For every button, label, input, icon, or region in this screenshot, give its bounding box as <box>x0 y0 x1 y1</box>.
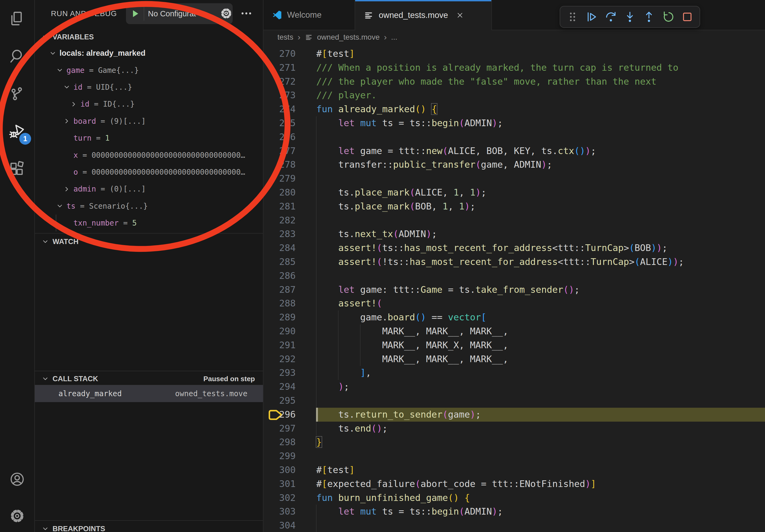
line-number[interactable]: 270 <box>264 47 296 61</box>
line-number[interactable]: 274 <box>264 102 296 116</box>
close-icon[interactable] <box>456 11 464 19</box>
line-number[interactable]: 275 <box>264 116 296 130</box>
line-number[interactable]: 280 <box>264 186 296 199</box>
line-number[interactable]: 302 <box>264 491 296 505</box>
code-text[interactable]: ts.return_to_sender(game); <box>316 408 481 421</box>
activity-item-run-and-debug[interactable]: 1 <box>0 113 34 150</box>
stack-frame-row[interactable]: already_markedowned_tests.move <box>35 385 263 402</box>
debug-drag-handle-button[interactable] <box>566 10 579 23</box>
debug-step-into-button[interactable] <box>623 10 636 23</box>
code-line-282[interactable]: 282 <box>264 213 765 227</box>
code-line-278[interactable]: 278 transfer::public_transfer(game, ADMI… <box>264 158 765 172</box>
code-line-274[interactable]: 274fun already_marked() { <box>264 102 765 116</box>
debug-step-over-button[interactable] <box>604 10 617 23</box>
code-text[interactable]: let game = ttt::new(ALICE, BOB, KEY, ts.… <box>316 144 596 158</box>
code-text[interactable]: let game: ttt::Game = ts.take_from_sende… <box>316 283 580 297</box>
chevron-right-icon[interactable] <box>63 117 73 125</box>
code-line-279[interactable]: 279 <box>264 172 765 186</box>
activity-item-accounts[interactable] <box>0 461 34 497</box>
code-text[interactable]: ts.end(); <box>316 421 387 435</box>
editor-code[interactable]: 270#[test]271/// When a position is alre… <box>264 44 765 532</box>
line-number[interactable]: 291 <box>264 338 296 352</box>
scope-row[interactable]: locals: already_marked <box>35 45 263 62</box>
code-text[interactable]: } <box>316 435 322 449</box>
code-text[interactable]: #[test] <box>316 47 355 61</box>
chevron-right-icon[interactable] <box>70 100 80 108</box>
code-text[interactable]: game.board() == vector[ <box>316 311 486 324</box>
variable-row-admin[interactable]: admin = (0)[...] <box>35 180 263 197</box>
code-text[interactable]: MARK__, MARK__, MARK__, <box>316 324 508 338</box>
variable-row-id[interactable]: id = UID{...} <box>35 79 263 96</box>
debug-settings-gear-button[interactable] <box>220 7 232 20</box>
debug-step-out-button[interactable] <box>642 10 655 23</box>
code-line-303[interactable]: 303 let mut ts = ts::begin(ADMIN); <box>264 505 765 519</box>
chevron-down-icon[interactable] <box>49 49 60 57</box>
line-number[interactable]: 303 <box>264 505 296 519</box>
code-line-290[interactable]: 290 MARK__, MARK__, MARK__, <box>264 324 765 338</box>
line-number[interactable]: 298 <box>264 435 296 449</box>
line-number[interactable]: 295 <box>264 394 296 408</box>
code-text[interactable]: assert!(!ts::has_most_recent_for_address… <box>316 255 684 269</box>
code-line-288[interactable]: 288 assert!( <box>264 297 765 311</box>
line-number[interactable]: 292 <box>264 352 296 366</box>
code-text[interactable]: fun already_marked() { <box>316 102 437 116</box>
code-text[interactable]: MARK__, MARK__, MARK__, <box>316 352 508 366</box>
code-text[interactable]: assert!( <box>316 297 382 311</box>
code-text[interactable]: MARK__, MARK_X, MARK__, <box>316 338 508 352</box>
variable-row-x[interactable]: x = 000000000000000000000000000000000… <box>35 146 263 163</box>
code-line-300[interactable]: 300#[test] <box>264 463 765 477</box>
code-text[interactable]: /// the player who made the "false" move… <box>316 75 656 89</box>
code-line-298[interactable]: 298} <box>264 435 765 449</box>
code-line-292[interactable]: 292 MARK__, MARK__, MARK__, <box>264 352 765 366</box>
breakpoints-section-header[interactable]: BREAKPOINTS <box>41 522 255 532</box>
code-line-280[interactable]: 280 ts.place_mark(ALICE, 1, 1); <box>264 186 765 199</box>
code-line-301[interactable]: 301#[expected_failure(abort_code = ttt::… <box>264 477 765 491</box>
watch-section-header[interactable]: WATCH <box>41 235 255 249</box>
code-line-294[interactable]: 294 ); <box>264 380 765 394</box>
code-text[interactable]: ts.next_tx(ADMIN); <box>316 227 437 241</box>
code-line-284[interactable]: 284 assert!(ts::has_most_recent_for_addr… <box>264 241 765 255</box>
breadcrumb-item[interactable]: ... <box>391 33 397 42</box>
variable-row-board[interactable]: board = (9)[...] <box>35 113 263 130</box>
code-line-277[interactable]: 277 let game = ttt::new(ALICE, BOB, KEY,… <box>264 144 765 158</box>
variable-row-turn[interactable]: turn = 1 <box>35 130 263 146</box>
breadcrumb-item[interactable]: owned_tests.move <box>317 33 380 42</box>
chevron-down-icon[interactable] <box>56 202 67 210</box>
line-number[interactable]: 276 <box>264 130 296 144</box>
line-number[interactable]: 286 <box>264 269 296 283</box>
variable-row-o[interactable]: o = 000000000000000000000000000000000… <box>35 164 263 180</box>
line-number[interactable]: 299 <box>264 449 296 463</box>
code-line-285[interactable]: 285 assert!(!ts::has_most_recent_for_add… <box>264 255 765 269</box>
line-number[interactable]: 301 <box>264 477 296 491</box>
debug-continue-button[interactable] <box>585 10 598 23</box>
code-line-295[interactable]: 295 <box>264 394 765 408</box>
code-text[interactable]: /// player. <box>316 89 377 102</box>
tab-owned-tests-move[interactable]: owned_tests.move <box>355 0 492 30</box>
code-text[interactable]: assert!(ts::has_most_recent_for_address<… <box>316 241 667 255</box>
code-text[interactable]: #[test] <box>316 463 355 477</box>
activity-item-settings[interactable] <box>0 498 34 532</box>
code-line-272[interactable]: 272/// the player who made the "false" m… <box>264 75 765 89</box>
code-text[interactable]: ts.place_mark(BOB, 1, 1); <box>316 199 475 213</box>
line-number[interactable]: 285 <box>264 255 296 269</box>
line-number[interactable]: 304 <box>264 519 296 532</box>
debug-stop-button[interactable] <box>681 10 694 23</box>
line-number[interactable]: 283 <box>264 227 296 241</box>
line-number[interactable]: 271 <box>264 61 296 75</box>
code-line-297[interactable]: 297 ts.end(); <box>264 421 765 435</box>
debug-restart-button[interactable] <box>662 10 675 23</box>
breadcrumb-item[interactable]: tests <box>278 33 293 42</box>
code-line-283[interactable]: 283 ts.next_tx(ADMIN); <box>264 227 765 241</box>
line-number[interactable]: 281 <box>264 199 296 213</box>
line-number[interactable]: 296 <box>264 408 296 421</box>
variables-section-header[interactable]: VARIABLES <box>41 30 255 44</box>
code-text[interactable]: ], <box>316 366 371 380</box>
code-text[interactable]: #[expected_failure(abort_code = ttt::ENo… <box>316 477 596 491</box>
line-number[interactable]: 282 <box>264 213 296 227</box>
line-number[interactable]: 293 <box>264 366 296 380</box>
code-line-281[interactable]: 281 ts.place_mark(BOB, 1, 1); <box>264 199 765 213</box>
activity-item-source-control[interactable] <box>0 75 34 113</box>
activity-item-explorer[interactable] <box>0 0 34 38</box>
line-number[interactable]: 284 <box>264 241 296 255</box>
code-line-270[interactable]: 270#[test] <box>264 47 765 61</box>
